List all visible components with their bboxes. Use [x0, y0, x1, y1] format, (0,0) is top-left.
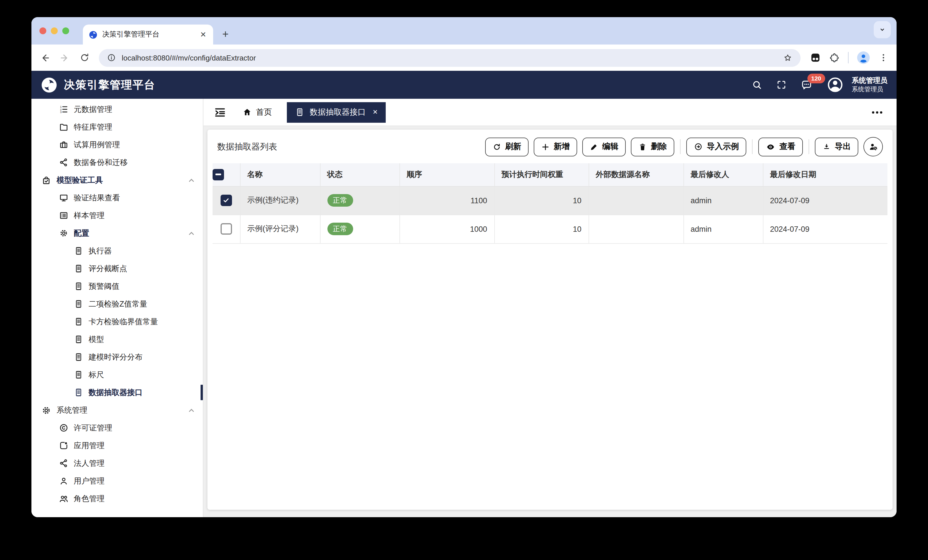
receipt-icon	[74, 388, 84, 397]
col-modified-date: 最后修改日期	[763, 163, 887, 186]
reload-button[interactable]	[79, 53, 90, 63]
users-icon	[59, 494, 69, 504]
search-icon[interactable]	[751, 79, 762, 90]
home-icon	[242, 107, 252, 117]
tab-home[interactable]: 首页	[242, 107, 272, 117]
share-nodes-icon	[59, 458, 69, 468]
sidebar-item-warning-threshold[interactable]: 预警阈值	[31, 277, 203, 295]
edit-button[interactable]: 编辑	[582, 137, 626, 156]
dark-extension-icon[interactable]	[810, 52, 821, 63]
user-avatar-icon[interactable]	[826, 76, 844, 94]
address-bar[interactable]: localhost:8080/#/mv/config/dataExtractor	[99, 49, 801, 67]
close-window-button[interactable]	[40, 27, 46, 34]
browser-tab[interactable]: 决策引擎管理平台 ✕	[83, 24, 213, 44]
add-button[interactable]: 新增	[534, 137, 577, 156]
active-item-indicator	[201, 385, 203, 400]
chrome-menu-icon[interactable]	[878, 53, 888, 63]
tab-label: 数据抽取器接口	[310, 107, 366, 117]
fullscreen-icon[interactable]	[776, 79, 786, 90]
sidebar-item-user-mgmt[interactable]: 用户管理	[31, 472, 203, 490]
receipt-icon	[74, 335, 84, 344]
sidebar-item-modeling-score-dist[interactable]: 建模时评分分布	[31, 348, 203, 366]
sidebar-group-system-mgmt[interactable]: 系统管理	[31, 401, 203, 419]
export-button[interactable]: 导出	[815, 137, 858, 156]
maximize-window-button[interactable]	[62, 27, 69, 34]
chevron-up-icon[interactable]	[188, 229, 195, 237]
profile-avatar-icon[interactable]	[856, 51, 870, 64]
briefcase-icon	[59, 140, 69, 149]
tab-search-button[interactable]	[874, 21, 891, 38]
sidebar-item-chi-square[interactable]: 卡方检验临界值常量	[31, 313, 203, 330]
table-row[interactable]: 示例(违约记录) 正常 1100 10 admin 2024-07-09	[212, 186, 887, 215]
receipt-icon	[295, 107, 305, 117]
tab-data-extractor[interactable]: 数据抽取器接口 ✕	[287, 102, 386, 122]
chevron-up-icon[interactable]	[188, 406, 195, 414]
row-checkbox[interactable]	[221, 195, 232, 206]
sidebar-item-app-mgmt[interactable]: 应用管理	[31, 437, 203, 454]
cell-modified-date: 2024-07-09	[763, 186, 887, 215]
sidebar-item-metadata-mgmt[interactable]: 123 元数据管理	[31, 100, 203, 118]
sidebar-item-feature-lib[interactable]: 特征库管理	[31, 118, 203, 136]
import-sample-button[interactable]: 导入示例	[686, 137, 746, 156]
cell-modified-by: admin	[684, 215, 763, 243]
site-info-icon[interactable]	[107, 53, 116, 62]
sidebar-item-data-extractor[interactable]: 数据抽取器接口	[31, 383, 203, 401]
receipt-icon	[74, 352, 84, 362]
new-tab-button[interactable]: +	[222, 28, 229, 41]
sidebar-item-model[interactable]: 模型	[31, 330, 203, 348]
minimize-window-button[interactable]	[51, 27, 58, 34]
column-settings-button[interactable]	[864, 137, 883, 157]
toolbar-right	[810, 51, 888, 64]
trash-icon	[638, 142, 647, 151]
ordered-list-icon: 123	[59, 105, 69, 114]
messages-button[interactable]: 120	[800, 79, 812, 91]
cell-status: 正常	[320, 186, 400, 215]
tab-close-icon[interactable]: ✕	[199, 30, 208, 39]
user-icon	[59, 476, 69, 486]
delete-button[interactable]: 删除	[631, 137, 674, 156]
user-gear-icon	[868, 142, 878, 152]
sidebar-group-model-validation[interactable]: 模型验证工具	[31, 171, 203, 189]
sidebar-item-trial-cases[interactable]: 试算用例管理	[31, 136, 203, 154]
table-row[interactable]: 示例(评分记录) 正常 1000 10 admin 2024-07-09	[212, 215, 887, 243]
refresh-button[interactable]: 刷新	[485, 137, 528, 156]
cell-order: 1000	[400, 215, 494, 243]
more-tabs-menu[interactable]	[870, 105, 884, 119]
sidebar-item-validation-results[interactable]: 验证结果查看	[31, 189, 203, 207]
refresh-icon	[493, 142, 501, 151]
empty-space	[212, 243, 887, 505]
gear-icon	[59, 228, 69, 238]
row-checkbox[interactable]	[221, 223, 232, 234]
collapse-sidebar-icon[interactable]	[214, 106, 226, 119]
sidebar-item-sample-mgmt[interactable]: 样本管理	[31, 207, 203, 224]
forward-button[interactable]	[60, 52, 70, 63]
copyright-icon	[59, 423, 69, 433]
receipt-icon	[74, 299, 84, 309]
page-content: 数据抽取器列表 刷新 新增	[203, 126, 897, 517]
sidebar-item-score-cutoff[interactable]: 评分截断点	[31, 260, 203, 277]
sidebar-group-config[interactable]: 配置	[31, 224, 203, 242]
extensions-puzzle-icon[interactable]	[829, 52, 840, 63]
sidebar-item-executor[interactable]: 执行器	[31, 242, 203, 260]
cell-weight: 10	[494, 186, 589, 215]
col-weight: 预计执行时间权重	[494, 163, 589, 186]
chevron-down-icon	[878, 25, 887, 34]
list-box-icon	[59, 211, 69, 220]
sidebar-item-binomial-z[interactable]: 二项检验Z值常量	[31, 295, 203, 313]
bag-check-icon	[41, 175, 52, 185]
col-status: 状态	[320, 163, 400, 186]
sidebar-item-license-mgmt[interactable]: 许可证管理	[31, 419, 203, 437]
view-button[interactable]: 查看	[758, 137, 803, 156]
sidebar-item-legal-entity-mgmt[interactable]: 法人管理	[31, 454, 203, 472]
cell-modified-date: 2024-07-09	[763, 215, 887, 243]
sidebar-item-role-mgmt[interactable]: 角色管理	[31, 490, 203, 507]
tab-close-icon[interactable]: ✕	[372, 108, 378, 116]
select-all-checkbox[interactable]	[212, 169, 224, 180]
back-button[interactable]	[40, 52, 50, 63]
list-card: 数据抽取器列表 刷新 新增	[208, 129, 893, 510]
bookmark-star-icon[interactable]	[783, 53, 792, 62]
sidebar-item-backup-migration[interactable]: 数据备份和迁移	[31, 154, 203, 171]
chevron-up-icon[interactable]	[188, 176, 195, 184]
sidebar-item-ruler[interactable]: 标尺	[31, 366, 203, 383]
user-info[interactable]: 系统管理员 系统管理员	[852, 76, 887, 93]
